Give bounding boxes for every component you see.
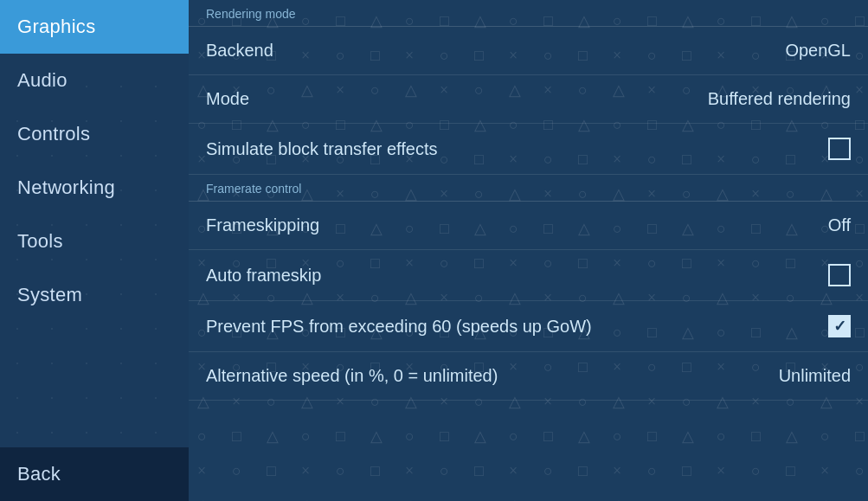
setting-value-frameskipping: Off: [828, 215, 851, 235]
setting-label-backend: Backend: [206, 41, 273, 61]
main-content: Rendering modeBackendOpenGLModeBuffered …: [189, 0, 868, 501]
setting-row-simulate-block[interactable]: Simulate block transfer effects: [189, 124, 868, 175]
sidebar-bottom: Back: [0, 322, 189, 501]
setting-label-simulate-block: Simulate block transfer effects: [206, 139, 438, 159]
setting-row-mode[interactable]: ModeBuffered rendering: [189, 75, 868, 124]
section-header-rendering-mode: Rendering mode: [189, 0, 868, 27]
setting-value-backend: OpenGL: [785, 41, 851, 61]
sidebar: GraphicsAudioControlsNetworkingToolsSyst…: [0, 0, 189, 501]
sidebar-item-graphics[interactable]: Graphics: [0, 0, 189, 54]
sidebar-item-audio[interactable]: Audio: [0, 54, 189, 107]
setting-row-auto-frameskip[interactable]: Auto frameskip: [189, 250, 868, 301]
setting-label-alt-speed: Alternative speed (in %, 0 = unlimited): [206, 366, 498, 386]
setting-label-auto-frameskip: Auto frameskip: [206, 266, 321, 286]
setting-label-frameskipping: Frameskipping: [206, 215, 319, 235]
setting-row-prevent-fps[interactable]: Prevent FPS from exceeding 60 (speeds up…: [189, 301, 868, 352]
setting-value-mode: Buffered rendering: [708, 89, 851, 109]
setting-value-alt-speed: Unlimited: [779, 366, 851, 386]
setting-row-backend[interactable]: BackendOpenGL: [189, 27, 868, 75]
checkbox-simulate-block[interactable]: [828, 138, 851, 160]
checkbox-auto-frameskip[interactable]: [828, 264, 851, 286]
setting-label-prevent-fps: Prevent FPS from exceeding 60 (speeds up…: [206, 317, 592, 337]
setting-row-frameskipping[interactable]: FrameskippingOff: [189, 202, 868, 250]
setting-label-mode: Mode: [206, 89, 249, 109]
checkbox-prevent-fps[interactable]: [828, 315, 851, 337]
sidebar-item-controls[interactable]: Controls: [0, 107, 189, 161]
sidebar-item-tools[interactable]: Tools: [0, 215, 189, 268]
section-header-framerate-control: Framerate control: [189, 175, 868, 202]
sidebar-item-back[interactable]: Back: [0, 447, 189, 501]
setting-row-alt-speed[interactable]: Alternative speed (in %, 0 = unlimited)U…: [189, 352, 868, 401]
sidebar-item-system[interactable]: System: [0, 268, 189, 322]
sidebar-item-networking[interactable]: Networking: [0, 161, 189, 215]
